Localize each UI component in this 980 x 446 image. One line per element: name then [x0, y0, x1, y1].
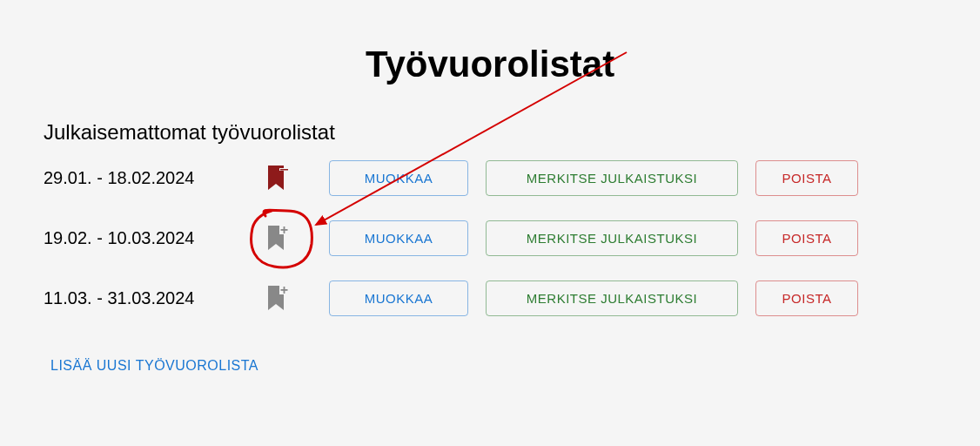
bookmark-minus-icon: [268, 166, 289, 192]
mark-published-button[interactable]: MERKITSE JULKAISTUKSI: [486, 160, 738, 196]
svg-rect-7: [284, 287, 285, 294]
delete-button[interactable]: POISTA: [755, 160, 858, 196]
schedule-row: 11.03. - 31.03.2024 MUOKKAA MERKITSE JUL…: [44, 280, 936, 316]
date-range: 29.01. - 18.02.2024: [44, 168, 268, 188]
mark-published-button[interactable]: MERKITSE JULKAISTUKSI: [486, 220, 738, 256]
status-icon-cell: [268, 286, 329, 312]
date-range: 19.02. - 10.03.2024: [44, 228, 268, 248]
edit-button[interactable]: MUOKKAA: [329, 220, 468, 256]
add-new-schedule-link[interactable]: LISÄÄ UUSI TYÖVUOROLISTA: [44, 358, 258, 374]
status-icon-cell: [268, 226, 329, 252]
section-title: Julkaisemattomat työvuorolistat: [44, 120, 936, 145]
page-title: Työvuorolistat: [44, 44, 936, 85]
delete-button[interactable]: POISTA: [755, 280, 858, 316]
schedule-row: 29.01. - 18.02.2024 MUOKKAA MERKITSE JUL…: [44, 160, 936, 196]
edit-button[interactable]: MUOKKAA: [329, 160, 468, 196]
svg-rect-4: [284, 226, 285, 233]
schedule-row: 19.02. - 10.03.2024 MUOKKAA MERKITSE JUL…: [44, 220, 936, 256]
delete-button[interactable]: POISTA: [755, 220, 858, 256]
bookmark-plus-icon: [268, 286, 289, 312]
mark-published-button[interactable]: MERKITSE JULKAISTUKSI: [486, 280, 738, 316]
svg-rect-1: [280, 169, 288, 171]
date-range: 11.03. - 31.03.2024: [44, 288, 268, 308]
edit-button[interactable]: MUOKKAA: [329, 280, 468, 316]
bookmark-plus-icon: [268, 226, 289, 252]
status-icon-cell: [268, 166, 329, 192]
